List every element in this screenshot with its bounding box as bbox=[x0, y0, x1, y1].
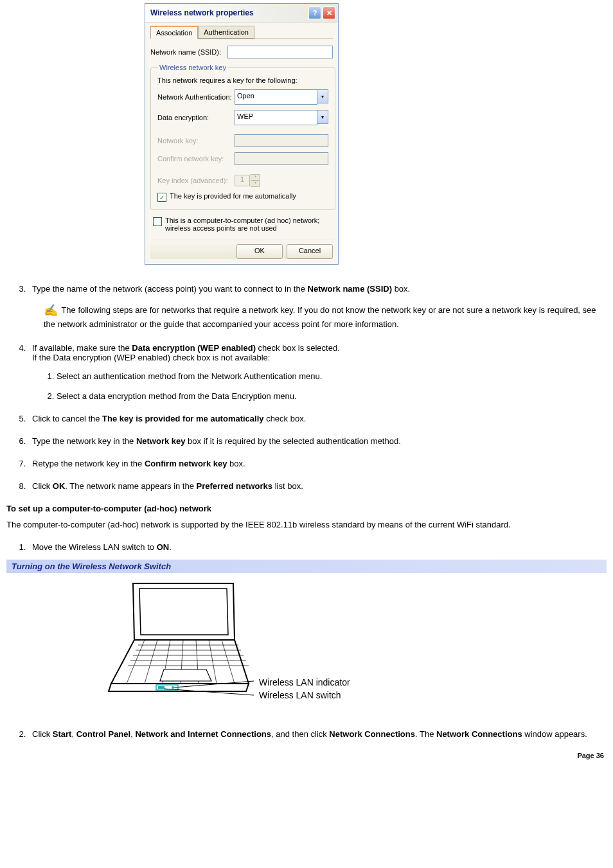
key-index-spinner: 1 ▴ ▾ bbox=[235, 174, 260, 187]
confirm-key-label: Confirm network key: bbox=[157, 155, 235, 163]
adhoc-heading: To set up a computer-to-computer (ad-hoc… bbox=[6, 504, 607, 513]
wireless-properties-dialog: Wireless network properties ? ✕ Associat… bbox=[145, 3, 339, 265]
close-icon[interactable]: ✕ bbox=[323, 6, 335, 19]
step-3: Type the name of the network (access poi… bbox=[28, 284, 607, 330]
step-b2: Click Start, Control Panel, Network and … bbox=[28, 729, 607, 739]
auto-key-label: The key is provided for me automatically bbox=[170, 192, 296, 200]
ok-button[interactable]: OK bbox=[236, 244, 283, 259]
dialog-title: Wireless network properties bbox=[150, 8, 254, 17]
svg-marker-16 bbox=[109, 684, 249, 691]
step-5: Click to cancel the The key is provided … bbox=[28, 414, 607, 423]
dialog-tabs: Association Authentication bbox=[150, 26, 333, 39]
auth-label: Network Authentication: bbox=[157, 93, 235, 101]
encryption-select[interactable]: WEP bbox=[235, 110, 317, 125]
adhoc-label: This is a computer-to-computer (ad hoc) … bbox=[165, 217, 330, 232]
instruction-list-b: Move the Wireless LAN switch to ON. bbox=[6, 542, 607, 552]
wireless-key-group: Wireless network key This network requir… bbox=[150, 64, 335, 210]
cancel-button[interactable]: Cancel bbox=[287, 244, 333, 259]
page-number: Page 36 bbox=[6, 752, 607, 759]
encryption-label: Data encryption: bbox=[157, 114, 235, 121]
spinner-down-icon: ▾ bbox=[251, 181, 260, 187]
step-7: Retype the network key in the Confirm ne… bbox=[28, 459, 607, 468]
network-key-input bbox=[235, 134, 328, 147]
confirm-key-input bbox=[235, 152, 328, 165]
dialog-titlebar: Wireless network properties ? ✕ bbox=[145, 4, 338, 22]
chevron-down-icon[interactable]: ▾ bbox=[317, 89, 328, 103]
figure-callouts: Wireless LAN indicator Wireless LAN swit… bbox=[259, 675, 350, 707]
spinner-up-icon: ▴ bbox=[251, 174, 260, 181]
help-icon[interactable]: ? bbox=[308, 6, 321, 19]
note-block: ✍ The following steps are for networks t… bbox=[44, 303, 607, 330]
auto-key-checkbox[interactable]: ✓ bbox=[157, 193, 166, 202]
laptop-figure: Wireless LAN indicator Wireless LAN swit… bbox=[80, 578, 607, 707]
step-b1: Move the Wireless LAN switch to ON. bbox=[28, 542, 607, 552]
group-intro: This network requires a key for the foll… bbox=[157, 76, 328, 84]
auth-select[interactable]: Open bbox=[235, 89, 317, 105]
step-4: If available, make sure the Data encrypt… bbox=[28, 343, 607, 401]
svg-marker-15 bbox=[160, 669, 211, 681]
laptop-illustration bbox=[80, 578, 254, 707]
ssid-label: Network name (SSID): bbox=[150, 48, 227, 56]
substep-1: Select an authentication method from the… bbox=[57, 371, 607, 381]
svg-point-19 bbox=[172, 686, 174, 689]
instruction-list-a: Type the name of the network (access poi… bbox=[6, 284, 607, 491]
step-6: Type the network key in the Network key … bbox=[28, 436, 607, 446]
key-index-label: Key index (advanced): bbox=[157, 177, 235, 184]
figure-caption-bar: Turning on the Wireless Network Switch bbox=[6, 560, 607, 573]
adhoc-paragraph: The computer-to-computer (ad-hoc) networ… bbox=[6, 520, 607, 531]
tab-association[interactable]: Association bbox=[150, 26, 198, 39]
svg-rect-18 bbox=[158, 686, 164, 689]
adhoc-checkbox[interactable]: ✓ bbox=[153, 217, 162, 226]
chevron-down-icon[interactable]: ▾ bbox=[317, 110, 328, 124]
instruction-list-b2: Click Start, Control Panel, Network and … bbox=[6, 729, 607, 739]
network-key-label: Network key: bbox=[157, 137, 235, 145]
group-legend: Wireless network key bbox=[157, 64, 228, 71]
callout-indicator: Wireless LAN indicator bbox=[259, 677, 350, 687]
svg-marker-0 bbox=[133, 583, 235, 640]
substep-2: Select a data encryption method from the… bbox=[57, 391, 607, 401]
ssid-input[interactable] bbox=[227, 46, 333, 58]
note-icon: ✍ bbox=[44, 303, 58, 319]
tab-authentication[interactable]: Authentication bbox=[198, 26, 254, 39]
substep-list: Select an authentication method from the… bbox=[32, 371, 607, 401]
step-8: Click OK. The network name appears in th… bbox=[28, 481, 607, 491]
callout-switch: Wireless LAN switch bbox=[259, 690, 350, 700]
